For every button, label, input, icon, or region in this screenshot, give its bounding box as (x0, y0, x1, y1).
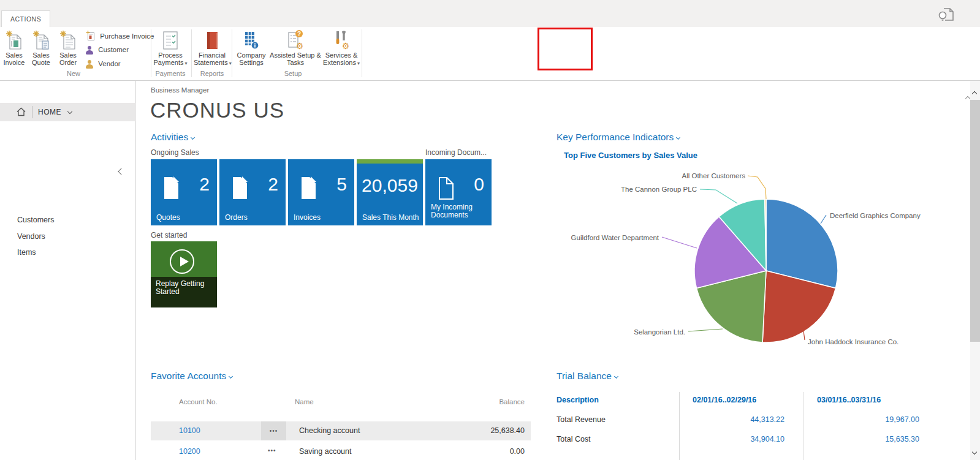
tile-label: Quotes (156, 214, 214, 222)
vendor-label: Vendor (98, 60, 120, 67)
period1-value: 34,904.10 (662, 435, 784, 443)
scroll-down-arrow[interactable] (973, 445, 976, 456)
group-label-reports: Reports (194, 70, 230, 77)
collapse-sidebar-button[interactable] (119, 165, 131, 176)
vendor-person-icon (86, 60, 93, 68)
vertical-scrollbar[interactable] (970, 81, 980, 460)
process-payments-label: Process Payments (154, 51, 184, 66)
company-settings-button[interactable]: Company Settings (235, 29, 268, 66)
whats-new-icon[interactable] (936, 6, 955, 23)
pie-slice-label: John Haddock Insurance Co. (808, 338, 898, 345)
tile-my-incoming-documents[interactable]: 0 My Incoming Documents (425, 159, 492, 225)
get-started-caption: Get started (151, 231, 187, 239)
svg-text:⚙: ⚙ (296, 41, 304, 50)
svg-text:⚙: ⚙ (342, 41, 350, 50)
activities-heading[interactable]: Activities (151, 132, 194, 143)
tile-value: 5 (336, 174, 347, 195)
document-outline-icon (436, 176, 456, 201)
document-icon (299, 175, 319, 201)
pie-slice-label: All Other Customers (682, 172, 745, 179)
scrollbar-thumb[interactable] (970, 100, 980, 342)
purchase-invoice-button[interactable]: Purchase Invoice (86, 31, 154, 43)
chevron-down-icon (229, 374, 233, 379)
tile-value: 2 (199, 174, 210, 195)
services-extensions-button[interactable]: ⚙ Services & Extensions▾ (322, 29, 360, 67)
replay-getting-started-tile[interactable]: Replay Getting Started (151, 241, 217, 307)
document-icon (162, 175, 181, 201)
tile-value: 2 (268, 174, 278, 195)
company-settings-label: Company Settings (235, 51, 268, 66)
home-menu-bar[interactable]: HOME (0, 103, 136, 121)
chevron-up-icon (965, 96, 970, 101)
assisted-setup-icon: ? ⚙ (270, 29, 321, 50)
description-cell: Total Revenue (556, 415, 606, 424)
top-customers-pie-chart[interactable]: Deerfield Graphics CompanyJohn Haddock I… (550, 167, 943, 356)
table-row[interactable]: 10100 ••• Checking account 25,638.40 (151, 421, 531, 440)
dropdown-arrow-icon: ▾ (184, 61, 187, 66)
table-row[interactable]: 10200 ••• Saving account 0.00 (151, 445, 531, 460)
tile-label: Sales This Month (362, 214, 420, 222)
sidebar-item-items[interactable]: Items (17, 248, 36, 257)
account-no-link[interactable]: 10200 (179, 447, 200, 456)
customer-label: Customer (98, 46, 129, 53)
company-settings-icon (235, 29, 268, 50)
balance-cell: 0.00 (463, 447, 525, 456)
group-label-payments: Payments (152, 70, 189, 77)
label-leader-line (748, 176, 766, 199)
play-icon (170, 249, 194, 274)
tile-orders[interactable]: 2 Orders (219, 159, 286, 225)
account-name-cell: Checking account (299, 426, 360, 435)
row-ellipsis-button[interactable]: ••• (268, 447, 276, 454)
tab-actions-label: ACTIONS (10, 15, 41, 23)
period2-value: 15,635.30 (797, 435, 919, 443)
tile-sales-this-month[interactable]: 20,059 Sales This Month (357, 159, 423, 225)
assisted-setup-label: Assisted Setup & Tasks (270, 51, 321, 66)
chevron-down-icon (67, 109, 72, 114)
document-icon (230, 175, 250, 201)
tile-quotes[interactable]: 2 Quotes (151, 159, 217, 225)
scroll-up-arrow[interactable] (973, 87, 976, 98)
process-payments-button[interactable]: Process Payments▾ (152, 29, 189, 67)
tile-value: 20,059 (357, 175, 423, 196)
tile-invoices[interactable]: 5 Invoices (288, 159, 354, 225)
red-highlight-box (537, 28, 593, 70)
chevron-down-icon (676, 135, 680, 140)
favorite-accounts-heading[interactable]: Favorite Accounts (151, 371, 232, 382)
sidebar-item-customers[interactable]: Customers (17, 216, 54, 224)
label-leader-line (700, 189, 737, 203)
financial-statements-button[interactable]: Financial Statements▾ (194, 29, 230, 67)
column-header-description: Description (556, 396, 599, 404)
chevron-up-icon (972, 91, 977, 96)
description-cell: Total Cost (556, 435, 591, 443)
kpi-heading[interactable]: Key Performance Indicators (556, 132, 680, 143)
home-menu-label: HOME (38, 108, 61, 116)
sales-quote-label: Sales Quote (28, 51, 55, 66)
sales-quote-button[interactable]: Sales Quote (28, 29, 55, 66)
customer-button[interactable]: Customer (86, 45, 129, 57)
table-row: Total Revenue 44,313.22 19,967.00 (556, 415, 924, 428)
financial-statements-label: Financial Statements (194, 51, 228, 66)
table-row: Total Cost 34,904.10 15,635.30 (556, 435, 924, 447)
column-header-account-no: Account No. (179, 398, 218, 405)
tile-value: 0 (474, 174, 484, 195)
incoming-documents-caption: Incoming Docum... (425, 148, 487, 157)
sales-invoice-button[interactable]: Sales Invoice (1, 29, 28, 66)
trial-balance-heading[interactable]: Trial Balance (556, 371, 618, 382)
assisted-setup-tasks-button[interactable]: ? ⚙ Assisted Setup & Tasks (270, 29, 321, 66)
sales-invoice-label: Sales Invoice (1, 51, 28, 66)
row-ellipsis-button[interactable]: ••• (261, 421, 286, 440)
chevron-down-icon (191, 135, 195, 140)
ribbon: Sales Invoice Sales Quote (0, 27, 980, 81)
vendor-button[interactable]: Vendor (86, 59, 121, 71)
purchase-invoice-label: Purchase Invoice (100, 32, 154, 40)
sales-invoice-icon (1, 29, 28, 50)
account-no-link[interactable]: 10100 (179, 426, 200, 435)
sales-order-icon (55, 29, 82, 50)
tab-actions[interactable]: ACTIONS (1, 10, 50, 27)
label-leader-line (662, 237, 697, 248)
sales-order-button[interactable]: Sales Order (55, 29, 82, 66)
divider (32, 106, 32, 118)
purchase-invoice-icon (86, 31, 95, 40)
ribbon-separator (232, 29, 232, 77)
sidebar-item-vendors[interactable]: Vendors (17, 232, 45, 241)
